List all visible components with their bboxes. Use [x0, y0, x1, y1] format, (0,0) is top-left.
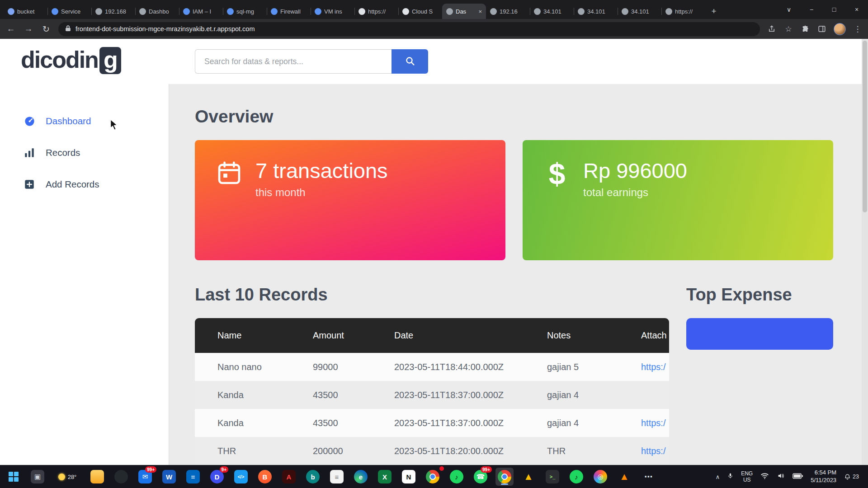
taskbar-discord[interactable]: D9+	[208, 468, 226, 486]
tab-label: 34.101	[587, 8, 613, 15]
notification-badge	[439, 466, 444, 471]
browser-tab[interactable]: 34.101	[574, 4, 618, 19]
bookmark-star-icon[interactable]: ☆	[783, 24, 793, 34]
taskbar-word[interactable]: W	[160, 468, 178, 486]
taskbar-excel[interactable]: X	[376, 468, 394, 486]
page-scrollbar[interactable]	[862, 39, 868, 465]
tab-favicon	[183, 8, 190, 15]
add-icon	[24, 178, 36, 191]
browser-tab[interactable]: Firewall	[267, 4, 311, 19]
search-input[interactable]	[195, 49, 392, 74]
taskbar-spotify-mini[interactable]: ♪	[567, 468, 585, 486]
extensions-puzzle-icon[interactable]	[800, 25, 810, 33]
new-tab-button[interactable]: +	[707, 5, 721, 18]
dashboard-icon	[24, 115, 36, 127]
microphone-icon[interactable]	[727, 472, 733, 482]
taskbar-spotify[interactable]: ♪	[448, 468, 466, 486]
browser-tab[interactable]: Service	[47, 4, 91, 19]
taskbar-file-explorer[interactable]	[88, 468, 106, 486]
language-indicator[interactable]: ENG US	[741, 470, 753, 483]
sidebar-item-records[interactable]: Records	[0, 142, 169, 164]
taskbar-notepad[interactable]: ≡	[328, 468, 346, 486]
close-window-button[interactable]: ×	[845, 0, 868, 19]
logo-g-box: g	[99, 47, 121, 74]
taskbar-mail[interactable]: ✉99+	[136, 468, 154, 486]
browser-tab[interactable]: IAM – I	[179, 4, 223, 19]
calculator-icon: =	[186, 470, 200, 483]
maximize-button[interactable]: □	[823, 0, 845, 19]
taskbar-vscode[interactable]: </>	[232, 468, 250, 486]
taskbar-notion[interactable]: N	[400, 468, 418, 486]
address-bar[interactable]: frontend-dot-submission-mgce-mrazinsyaki…	[58, 22, 760, 36]
tab-label: Cloud S	[412, 8, 438, 15]
scrollbar-thumb[interactable]	[863, 41, 867, 212]
browser-tab[interactable]: sql-mg	[223, 4, 267, 19]
wifi-icon[interactable]	[760, 473, 769, 481]
table-cell-attach: https:/	[641, 437, 669, 465]
taskbar-photos[interactable]: ◎	[591, 468, 609, 486]
taskbar-acrobat[interactable]: A	[280, 468, 298, 486]
share-icon[interactable]	[767, 25, 777, 33]
taskbar-chrome-active[interactable]	[495, 468, 514, 486]
top-expense-card[interactable]	[686, 318, 833, 350]
browser-tab[interactable]: https://	[661, 4, 705, 19]
forward-icon[interactable]: →	[23, 24, 34, 34]
github-desktop-icon	[114, 470, 128, 483]
browser-tab[interactable]: 34.101	[618, 4, 661, 19]
taskbar-start-button[interactable]	[5, 468, 23, 486]
browser-tab[interactable]: Cloud S	[398, 4, 442, 19]
back-icon[interactable]: ←	[5, 24, 16, 34]
taskbar-weather-widget[interactable]: 28°	[52, 468, 82, 486]
clock[interactable]: 6:54 PM 5/11/2023	[811, 469, 836, 484]
taskbar-terminal[interactable]: >_	[543, 468, 561, 486]
dicoding-logo[interactable]: dicoding	[21, 46, 121, 74]
browser-tab[interactable]: VM ins	[311, 4, 354, 19]
taskbar-vlc[interactable]: ▲	[615, 468, 633, 486]
notification-badge: 99+	[481, 466, 492, 473]
browser-tab[interactable]: 34.101	[530, 4, 574, 19]
attachment-link[interactable]: https:/	[641, 418, 665, 428]
notion-icon: N	[402, 470, 415, 483]
tray-overflow-chevron-icon[interactable]: ∧	[716, 474, 720, 480]
tab-label: 34.101	[631, 8, 657, 15]
overflow-more-icon: ⋯	[642, 470, 655, 483]
tray-date: 5/11/2023	[811, 477, 836, 484]
browser-tab[interactable]: bucket	[4, 4, 47, 19]
taskbar-task-view[interactable]: ▣	[28, 468, 47, 486]
taskbar-bing[interactable]: b	[304, 468, 322, 486]
search-button[interactable]	[392, 49, 428, 74]
table-cell: 43500	[313, 381, 394, 409]
browser-tab[interactable]: Dashbo	[135, 4, 179, 19]
taskbar-overflow-more[interactable]: ⋯	[639, 468, 657, 486]
reload-icon[interactable]: ↻	[41, 24, 52, 34]
taskbar-brave[interactable]: B	[256, 468, 274, 486]
notification-bell[interactable]: 23	[844, 473, 859, 480]
taskbar-chrome-secondary[interactable]	[424, 468, 442, 486]
taskbar-whatsapp[interactable]: ☎99+	[472, 468, 490, 486]
side-panel-icon[interactable]	[817, 25, 827, 33]
taskbar-google-drive[interactable]: ▲	[519, 468, 538, 486]
browser-tab[interactable]: 192.16	[486, 4, 530, 19]
taskbar-calculator[interactable]: =	[184, 468, 202, 486]
attachment-link[interactable]: https:/	[641, 446, 665, 456]
tab-favicon	[534, 8, 541, 15]
attachment-link[interactable]: https:/	[641, 362, 665, 372]
tab-label: sql-mg	[236, 8, 263, 15]
browser-tab[interactable]: 192.168	[91, 4, 135, 19]
browser-tab[interactable]: Das×	[442, 4, 486, 19]
tab-search-icon[interactable]: ∨	[778, 0, 800, 19]
browser-menu-icon[interactable]: ⋮	[853, 24, 863, 34]
column-header: Name	[195, 318, 313, 353]
minimize-button[interactable]: −	[800, 0, 823, 19]
taskbar-github-desktop[interactable]	[112, 468, 130, 486]
profile-avatar[interactable]	[834, 23, 846, 35]
battery-icon[interactable]	[793, 473, 803, 481]
table-cell-attach: https:/	[641, 409, 669, 437]
tab-close-icon[interactable]: ×	[477, 8, 482, 15]
browser-tab[interactable]: https://	[354, 4, 398, 19]
taskbar-edge[interactable]: e	[352, 468, 370, 486]
sidebar-item-add-records[interactable]: Add Records	[0, 174, 169, 195]
volume-icon[interactable]	[777, 472, 785, 481]
column-header: Notes	[547, 318, 641, 353]
sidebar-item-dashboard[interactable]: Dashboard	[0, 110, 169, 132]
